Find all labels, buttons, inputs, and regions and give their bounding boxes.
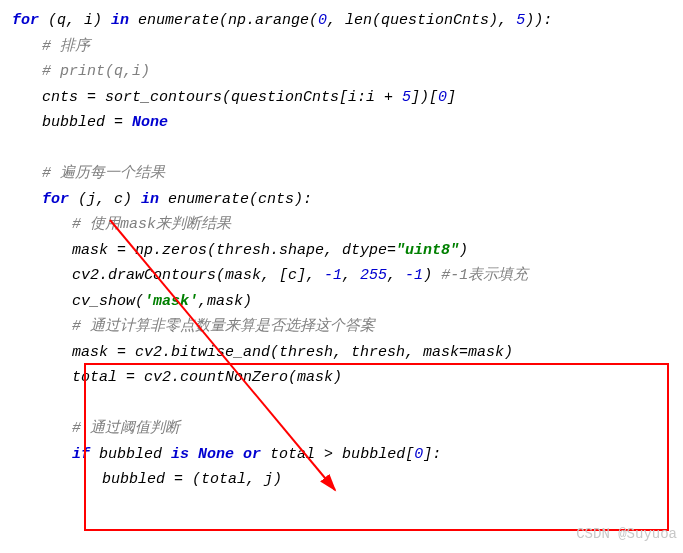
code-line: cv2.drawContours(mask, [c], -1, 255, -1)… — [72, 263, 683, 289]
code-line: if bubbled is None or total > bubbled[0]… — [72, 442, 683, 468]
code-block: for (q, i) in enumerate(np.arange(0, len… — [0, 0, 683, 493]
comment: # print(q,i) — [42, 63, 150, 80]
code-line: total = cv2.countNonZero(mask) — [72, 365, 683, 391]
code-line: # 通过阈值判断 — [72, 416, 683, 442]
comment: # 通过阈值判断 — [72, 420, 180, 437]
code-line: cv_show('mask',mask) — [72, 289, 683, 315]
code-line: mask = cv2.bitwise_and(thresh, thresh, m… — [72, 340, 683, 366]
code-line: # 排序 — [42, 34, 683, 60]
watermark: CSDN @Suyuoa — [576, 523, 677, 547]
code-line: # print(q,i) — [42, 59, 683, 85]
comment: # 通过计算非零点数量来算是否选择这个答案 — [72, 318, 375, 335]
string: 'mask' — [144, 293, 198, 310]
code-line: bubbled = None — [42, 110, 683, 136]
keyword-or: or — [243, 446, 261, 463]
code-line: for (j, c) in enumerate(cnts): — [42, 187, 683, 213]
code-line: # 遍历每一个结果 — [42, 161, 683, 187]
blank-line — [12, 391, 683, 417]
keyword-none: None — [198, 446, 234, 463]
keyword-is: is — [171, 446, 189, 463]
string: "uint8" — [396, 242, 459, 259]
code-line: for (q, i) in enumerate(np.arange(0, len… — [12, 8, 683, 34]
code-line: # 通过计算非零点数量来算是否选择这个答案 — [72, 314, 683, 340]
keyword-in: in — [111, 12, 129, 29]
code-line: cnts = sort_contours(questionCnts[i:i + … — [42, 85, 683, 111]
keyword-in: in — [141, 191, 159, 208]
blank-line — [12, 136, 683, 162]
code-line: mask = np.zeros(thresh.shape, dtype="uin… — [72, 238, 683, 264]
comment: # 排序 — [42, 38, 90, 55]
code-line: bubbled = (total, j) — [102, 467, 683, 493]
comment: # 遍历每一个结果 — [42, 165, 165, 182]
code-line: # 使用mask来判断结果 — [72, 212, 683, 238]
comment: # 使用mask来判断结果 — [72, 216, 231, 233]
keyword-none: None — [132, 114, 168, 131]
keyword-for: for — [42, 191, 69, 208]
keyword-if: if — [72, 446, 90, 463]
comment: #-1表示填充 — [441, 267, 528, 284]
keyword-for: for — [12, 12, 39, 29]
